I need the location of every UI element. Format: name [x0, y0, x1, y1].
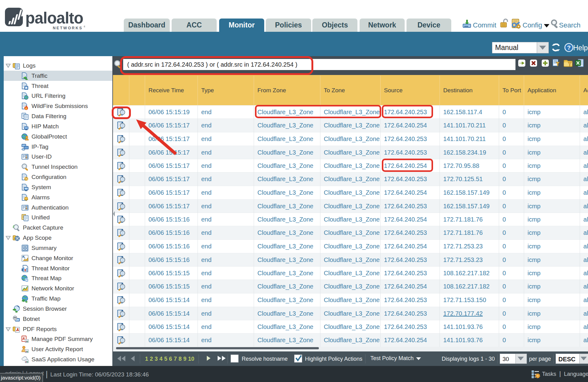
svg-text:NETWORKS: NETWORKS [53, 26, 83, 30]
svg-text:®: ® [84, 25, 85, 28]
svg-text:paloalto: paloalto [25, 9, 83, 27]
svg-text:?: ? [567, 44, 571, 51]
